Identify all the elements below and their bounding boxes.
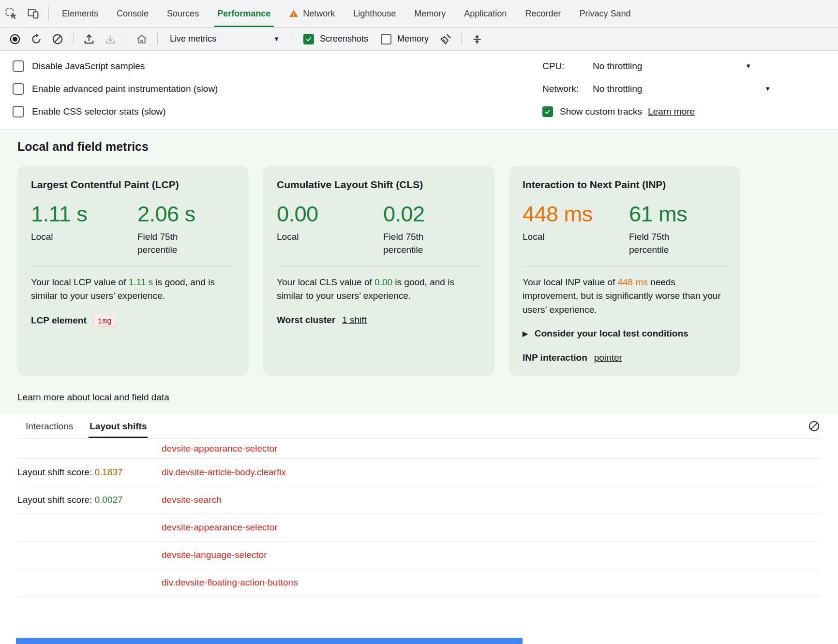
- tab-recorder[interactable]: Recorder: [516, 0, 570, 27]
- metric-card-cls: Cumulative Layout Shift (CLS) 0.00 Local…: [263, 166, 494, 376]
- divider: [73, 33, 74, 45]
- element-link[interactable]: devsite-appearance-selector: [162, 443, 278, 454]
- local-test-conditions-disclosure[interactable]: ▶ Consider your local test conditions: [523, 328, 727, 339]
- field-metric-label: Field 75th percentile: [383, 230, 461, 257]
- throttling-settings: CPU: No throttling ▼ Network: No throttl…: [542, 55, 751, 123]
- field-metric-label: Field 75th percentile: [137, 230, 215, 257]
- inp-interaction-link[interactable]: pointer: [594, 352, 622, 363]
- reload-and-record-button[interactable]: [26, 30, 46, 48]
- record-button[interactable]: [5, 30, 25, 48]
- screenshots-checkbox[interactable]: Screenshots: [298, 34, 374, 44]
- score-value: 0.0027: [94, 495, 122, 505]
- load-profile-button[interactable]: [79, 30, 99, 48]
- save-profile-button[interactable]: [100, 30, 120, 48]
- checkbox-unchecked-icon: [13, 60, 24, 72]
- cpu-throttling-select[interactable]: CPU: No throttling ▼: [542, 55, 751, 77]
- clear-button[interactable]: [47, 30, 68, 48]
- show-custom-tracks-checkbox[interactable]: Show custom tracks Learn more: [542, 100, 751, 123]
- inspect-cursor-icon: [4, 7, 18, 20]
- score-label: Layout shift score:: [17, 495, 94, 505]
- divider: [126, 33, 126, 45]
- checkbox-unchecked-icon: [13, 106, 24, 117]
- selection-highlight-strip[interactable]: [16, 638, 523, 644]
- chevron-down-icon: ▼: [764, 85, 771, 92]
- performance-toolbar: Live metrics ▼ Screenshots Memory: [0, 28, 838, 51]
- tab-network[interactable]: Network: [280, 0, 344, 27]
- footer-label: INP interaction: [523, 352, 587, 363]
- collect-garbage-icon: [439, 33, 452, 45]
- live-metrics-logs: Interactions Layout shifts devsite-appea…: [0, 414, 838, 597]
- score-label: Layout shift score:: [17, 467, 94, 477]
- network-throttling-select[interactable]: Network: No throttling ▼: [542, 77, 751, 100]
- upload-icon: [83, 33, 95, 45]
- metric-description: Your local LCP value of 1.11 s is good, …: [31, 276, 235, 303]
- tab-interactions[interactable]: Interactions: [17, 414, 81, 438]
- logs-tabbar: Interactions Layout shifts: [17, 414, 821, 439]
- divider: [48, 6, 49, 21]
- local-metric-value: 0.00: [277, 202, 383, 226]
- layout-shift-row[interactable]: devsite-appearance-selector: [17, 439, 821, 459]
- tab-layout-shifts[interactable]: Layout shifts: [81, 414, 155, 438]
- block-icon: [51, 33, 64, 45]
- tab-memory[interactable]: Memory: [405, 0, 455, 27]
- collect-garbage-button[interactable]: [435, 30, 456, 48]
- local-metric-label: Local: [277, 230, 383, 244]
- layout-shift-row[interactable]: div.devsite-floating-action-buttons: [17, 569, 821, 597]
- device-toolbar-button[interactable]: [22, 0, 45, 27]
- divider: [461, 33, 462, 45]
- element-link[interactable]: devsite-appearance-selector: [162, 522, 278, 533]
- checkbox-checked-icon: [542, 106, 553, 117]
- worst-cluster-link[interactable]: 1 shift: [342, 315, 367, 325]
- field-metric-label: Field 75th percentile: [629, 230, 706, 257]
- history-dropdown[interactable]: Live metrics ▼: [163, 34, 286, 44]
- home-icon: [135, 33, 148, 45]
- reload-icon: [30, 33, 43, 45]
- tab-privacy-sandbox[interactable]: Privacy Sand: [570, 0, 640, 27]
- divider: [523, 266, 727, 267]
- section-heading: Local and field metrics: [17, 140, 821, 154]
- divider: [157, 33, 158, 45]
- capture-settings-pane: Disable JavaScript samples Enable advanc…: [0, 51, 838, 130]
- clear-log-button[interactable]: [808, 420, 821, 433]
- tab-elements[interactable]: Elements: [53, 0, 107, 27]
- metric-card-title: Interaction to Next Paint (INP): [523, 179, 727, 190]
- field-metric-value: 0.02: [383, 202, 461, 226]
- layout-shift-row[interactable]: Layout shift score: 0.1837 div.devsite-a…: [17, 459, 821, 486]
- tab-application[interactable]: Application: [455, 0, 516, 27]
- download-icon: [104, 33, 117, 45]
- metric-card-title: Cumulative Layout Shift (CLS): [277, 179, 481, 190]
- footer-label: Worst cluster: [277, 315, 335, 325]
- metric-card-inp: Interaction to Next Paint (INP) 448 ms L…: [509, 166, 740, 376]
- tab-performance[interactable]: Performance: [208, 0, 280, 27]
- record-icon: [9, 33, 21, 45]
- element-link[interactable]: div.devsite-article-body.clearfix: [162, 467, 286, 478]
- element-link[interactable]: div.devsite-floating-action-buttons: [162, 577, 298, 588]
- inspect-element-button[interactable]: [0, 0, 22, 27]
- home-button[interactable]: [132, 30, 152, 48]
- learn-more-field-data-link[interactable]: Learn more about local and field data: [17, 392, 169, 403]
- divider: [277, 266, 481, 267]
- chevron-down-icon: ▼: [745, 62, 751, 70]
- capture-settings-button[interactable]: [467, 30, 487, 48]
- local-metric-value: 1.11 s: [31, 202, 137, 226]
- learn-more-link[interactable]: Learn more: [648, 106, 695, 117]
- memory-checkbox[interactable]: Memory: [375, 34, 434, 44]
- layout-shift-row[interactable]: devsite-appearance-selector: [17, 514, 821, 542]
- tab-sources[interactable]: Sources: [158, 0, 208, 27]
- element-link[interactable]: devsite-search: [162, 495, 222, 505]
- devtools-tabbar: Elements Console Sources Performance Net…: [0, 0, 838, 28]
- field-metric-value: 2.06 s: [137, 202, 215, 226]
- tab-console[interactable]: Console: [107, 0, 158, 27]
- local-metric-label: Local: [523, 230, 629, 244]
- local-metric-value: 448 ms: [523, 202, 629, 226]
- lcp-element-chip[interactable]: img: [93, 315, 116, 327]
- live-metrics-view: Local and field metrics Largest Contentf…: [0, 130, 838, 597]
- tab-lighthouse[interactable]: Lighthouse: [344, 0, 405, 27]
- local-field-metrics-section: Local and field metrics Largest Contentf…: [0, 130, 838, 414]
- expand-arrow-icon: ▶: [523, 330, 528, 337]
- panel-tabs: Elements Console Sources Performance Net…: [53, 0, 640, 27]
- element-link[interactable]: devsite-language-selector: [162, 550, 267, 560]
- layout-shift-row[interactable]: devsite-language-selector: [17, 542, 821, 569]
- score-value: 0.1837: [94, 467, 122, 477]
- layout-shift-row[interactable]: Layout shift score: 0.0027 devsite-searc…: [17, 486, 821, 514]
